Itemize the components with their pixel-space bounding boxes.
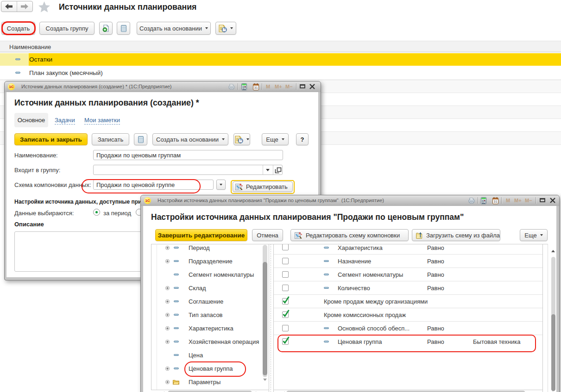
svg-text:31: 31 (254, 86, 258, 90)
svg-text:31: 31 (493, 199, 497, 204)
